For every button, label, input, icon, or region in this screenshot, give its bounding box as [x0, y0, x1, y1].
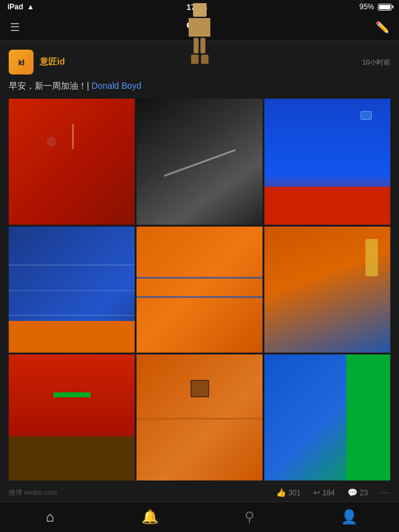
likes-count: 301: [289, 489, 301, 497]
img-cell-3-1[interactable]: [9, 354, 135, 480]
status-left: iPad ▲: [7, 2, 34, 11]
edit-icon[interactable]: ✏️: [375, 20, 389, 34]
wifi-icon: ▲: [27, 2, 34, 11]
home-icon: ⌂: [46, 509, 54, 525]
status-right: 95%: [359, 2, 392, 11]
more-icon: ⋯: [380, 487, 390, 498]
post-text-1: 早安，新一周加油！| Donald Boyd: [9, 79, 390, 92]
bell-icon: 🔔: [141, 509, 158, 525]
post-more[interactable]: ⋯: [380, 487, 390, 498]
post-card-1: id 意匠id 10小时前 早安，新一周加油！| Donald Boyd: [0, 41, 399, 502]
post-comments[interactable]: 💬 23: [347, 488, 368, 497]
feed-container: id 意匠id 10小时前 早安，新一周加油！| Donald Boyd: [0, 41, 399, 502]
comments-count: 23: [360, 489, 368, 497]
shares-count: 184: [323, 489, 335, 497]
img-cell-1-2[interactable]: [137, 99, 262, 225]
avatar-1[interactable]: id: [9, 50, 34, 74]
img-cell-2-1[interactable]: [9, 227, 135, 353]
user-icon: 👤: [341, 509, 357, 525]
img-cell-2-2[interactable]: [137, 227, 262, 353]
img-cell-1-3[interactable]: [264, 99, 390, 225]
search-icon: ⚲: [244, 509, 254, 525]
post-source-1: 微博 weibo.com: [9, 488, 264, 497]
post-highlight-1: Donald Boyd: [92, 81, 141, 91]
img-cell-3-2[interactable]: [137, 354, 262, 480]
battery-percent: 95%: [359, 2, 374, 11]
post-likes[interactable]: 👍 301: [276, 488, 301, 497]
image-grid-3x3: [9, 99, 390, 480]
tab-notifications[interactable]: 🔔: [100, 502, 200, 532]
img-cell-1-1[interactable]: [9, 99, 135, 225]
img-cell-3-3[interactable]: [264, 354, 390, 480]
share-icon: ↩: [313, 488, 320, 497]
post-footer-1: 微博 weibo.com 👍 301 ↩ 184 💬 23 ⋯: [9, 480, 390, 502]
device-label: iPad: [7, 2, 23, 11]
battery-icon: [378, 4, 392, 11]
tab-profile[interactable]: 👤: [299, 502, 399, 532]
img-cell-2-3[interactable]: [264, 227, 390, 353]
like-icon: 👍: [276, 488, 286, 497]
tab-home[interactable]: ⌂: [0, 502, 100, 532]
post-shares[interactable]: ↩ 184: [313, 488, 335, 497]
tab-bar: ⌂ 🔔 ⚲ 👤: [0, 502, 399, 532]
tab-search[interactable]: ⚲: [200, 502, 300, 532]
post-time-1: 10小时前: [362, 58, 390, 67]
comment-icon: 💬: [347, 488, 357, 497]
menu-icon[interactable]: ☰: [10, 20, 20, 34]
